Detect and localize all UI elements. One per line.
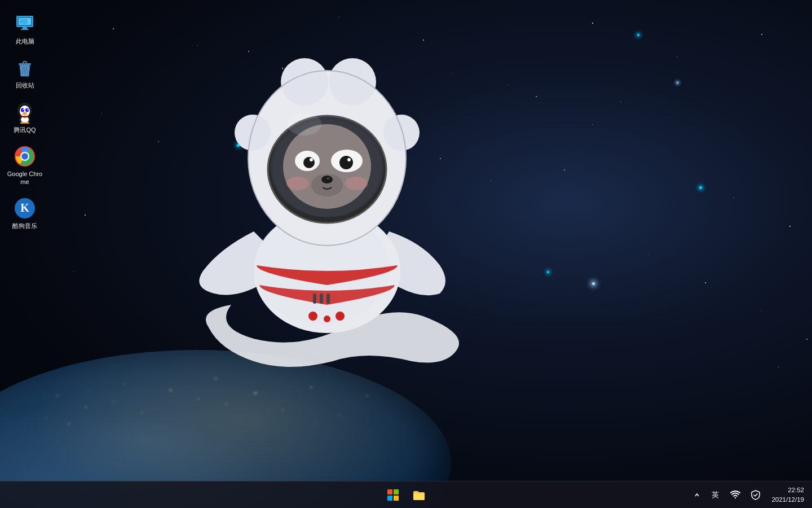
system-clock[interactable]: 22:52 2021/12/19 <box>768 484 807 505</box>
desktop-icon-kugou-music[interactable]: K 酷狗音乐 <box>5 194 45 233</box>
svg-point-22 <box>303 157 315 168</box>
recycle-bin-label: 回收站 <box>16 81 34 89</box>
taskbar-center <box>381 483 431 507</box>
svg-point-7 <box>336 312 345 321</box>
clock-date: 2021/12/19 <box>771 495 804 504</box>
recycle-bin-icon <box>14 56 36 79</box>
svg-point-13 <box>329 58 376 106</box>
svg-point-25 <box>347 158 351 161</box>
desktop-icon-google-chrome[interactable]: Google Chrome <box>5 142 45 190</box>
file-explorer-button[interactable] <box>407 483 431 507</box>
svg-rect-2 <box>313 294 316 304</box>
svg-rect-3 <box>320 294 323 304</box>
desktop: 此电脑 回收站 <box>0 0 812 508</box>
svg-text:K: K <box>20 202 29 214</box>
desktop-icons-container: 此电脑 回收站 <box>0 0 50 243</box>
svg-point-23 <box>339 156 353 169</box>
svg-point-27 <box>321 176 333 183</box>
kugou-icon: K <box>14 197 36 220</box>
svg-point-46 <box>25 108 29 112</box>
svg-rect-63 <box>394 496 399 501</box>
qq-icon <box>14 101 36 124</box>
character-astronaut-bear <box>186 34 468 373</box>
security-icon[interactable] <box>748 487 764 503</box>
svg-point-48 <box>27 109 28 110</box>
svg-rect-39 <box>23 62 27 64</box>
svg-rect-62 <box>387 496 392 501</box>
svg-point-28 <box>326 177 330 179</box>
svg-point-24 <box>310 158 313 161</box>
qq-label: 腾讯QQ <box>14 126 36 134</box>
svg-rect-35 <box>20 19 28 24</box>
svg-point-47 <box>23 109 24 110</box>
clock-time: 22:52 <box>788 485 804 494</box>
language-indicator[interactable]: 英 <box>707 487 723 503</box>
svg-rect-37 <box>21 29 29 30</box>
chrome-label: Google Chrome <box>7 170 43 186</box>
desktop-icon-my-computer[interactable]: 此电脑 <box>5 9 45 49</box>
svg-point-19 <box>345 177 368 190</box>
my-computer-label: 此电脑 <box>16 37 34 45</box>
svg-line-42 <box>27 67 27 75</box>
desktop-icon-tencent-qq[interactable]: 腾讯QQ <box>5 98 45 137</box>
svg-line-40 <box>23 67 23 75</box>
svg-point-6 <box>324 316 330 322</box>
chrome-icon <box>14 145 36 168</box>
svg-rect-4 <box>326 294 330 304</box>
network-icon[interactable] <box>727 487 743 503</box>
taskbar-right: 英 22:52 2021/12/ <box>691 484 807 505</box>
kugou-label: 酷狗音乐 <box>12 222 37 230</box>
svg-point-57 <box>22 154 28 159</box>
svg-rect-60 <box>387 489 392 494</box>
svg-point-10 <box>235 115 271 151</box>
my-computer-icon <box>14 12 36 35</box>
svg-point-31 <box>288 113 321 135</box>
svg-point-18 <box>286 177 309 190</box>
taskbar: 英 22:52 2021/12/ <box>0 481 812 508</box>
svg-point-11 <box>383 115 420 151</box>
svg-rect-61 <box>394 489 399 494</box>
svg-point-45 <box>21 108 24 112</box>
desktop-icon-recycle-bin[interactable]: 回收站 <box>5 53 45 93</box>
tray-expand-button[interactable] <box>691 487 703 503</box>
svg-point-49 <box>23 112 27 115</box>
svg-point-5 <box>308 312 317 321</box>
start-button[interactable] <box>381 483 405 507</box>
